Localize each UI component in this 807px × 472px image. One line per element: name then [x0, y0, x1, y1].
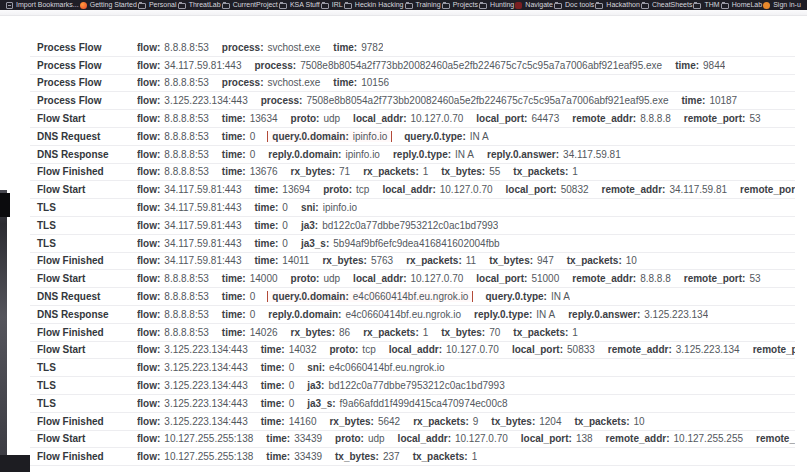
field-value: 14000: [250, 273, 278, 284]
event-row[interactable]: Flow Startflow:10.127.255.255:138time:33…: [30, 431, 795, 449]
event-row[interactable]: DNS Responseflow:8.8.8.8:53time:0reply.0…: [30, 146, 795, 164]
bookmark-item[interactable]: Personal: [138, 0, 177, 10]
bookmark-item[interactable]: IRL: [321, 0, 343, 10]
field-value: 53: [749, 113, 760, 124]
event-row[interactable]: Flow Startflow:8.8.8.8:53time:13634proto…: [30, 110, 795, 128]
field-key: flow:: [137, 433, 160, 444]
field-value: 1: [423, 327, 429, 338]
event-fields: flow:8.8.8.8:53time:0reply.0.domain:ipin…: [137, 149, 621, 160]
field-value: 3.125.223.134: [644, 309, 708, 320]
event-type: Flow Finished: [37, 451, 137, 462]
field: local_addr:10.127.0.70: [382, 184, 492, 195]
bookmark-item[interactable]: HomeLab: [721, 0, 762, 10]
event-type: DNS Response: [37, 309, 137, 320]
bookmark-item[interactable]: Getting Started: [80, 0, 137, 10]
bookmark-item[interactable]: Training: [405, 0, 441, 10]
event-row[interactable]: TLSflow:3.125.223.134:443time:0sni:e4c06…: [30, 359, 795, 377]
bookmark-item[interactable]: ThreatLab: [178, 0, 221, 10]
bookmark-item[interactable]: Import Bookmarks...: [6, 0, 79, 10]
field: reply.0.type:IN A: [474, 309, 555, 320]
event-row[interactable]: Flow Startflow:34.117.59.81:443time:1369…: [30, 181, 795, 199]
folder-icon: [405, 3, 413, 9]
event-row[interactable]: TLSflow:3.125.223.134:443time:0ja3:bd122…: [30, 377, 795, 395]
event-row[interactable]: DNS Requestflow:8.8.8.8:53time:0query.0.…: [30, 288, 795, 306]
event-type: Process Flow: [37, 77, 137, 88]
event-row[interactable]: Process Flowflow:8.8.8.8:53process:svcho…: [30, 39, 795, 57]
event-row[interactable]: Flow Finishedflow:10.127.255.255:138time…: [30, 448, 795, 466]
field: remote_port:443: [753, 344, 795, 355]
event-row[interactable]: Process Flowflow:8.8.8.8:53process:svcho…: [30, 75, 795, 93]
field-value: 947: [537, 255, 554, 266]
bookmark-label: Navigate: [525, 0, 553, 10]
event-row[interactable]: Flow Startflow:3.125.223.134:443time:140…: [30, 342, 795, 360]
event-type: TLS: [37, 398, 137, 409]
field-key: proto:: [291, 113, 320, 124]
bookmark-item[interactable]: Heckin Hacking: [344, 0, 404, 10]
event-row[interactable]: TLSflow:34.117.59.81:443time:0sni:ipinfo…: [30, 199, 795, 217]
field-key: remote_port:: [753, 344, 795, 355]
background-window-sliver: [0, 190, 7, 472]
bookmark-item[interactable]: Sign in-u: [763, 0, 801, 10]
field-value: tcp: [356, 184, 369, 195]
event-type: Process Flow: [37, 95, 137, 106]
bookmark-item[interactable]: Doc tools: [554, 0, 594, 10]
field: local_port:64473: [476, 113, 559, 124]
event-row[interactable]: DNS Responseflow:8.8.8.8:53time:0reply.0…: [30, 306, 795, 324]
field-value: 0: [250, 131, 256, 142]
event-row[interactable]: TLSflow:34.117.59.81:443time:0ja3_s:5b94…: [30, 235, 795, 253]
bookmark-item[interactable]: THM: [693, 0, 719, 10]
field-key: time:: [261, 416, 285, 427]
event-row[interactable]: Flow Startflow:8.8.8.8:53time:14000proto…: [30, 270, 795, 288]
field: remote_addr:8.8.8.8: [572, 273, 671, 284]
field: flow:10.127.255.255:138: [137, 451, 253, 462]
event-row[interactable]: Flow Finishedflow:3.125.223.134:443time:…: [30, 413, 795, 431]
event-row[interactable]: TLSflow:3.125.223.134:443time:0ja3_s:f9a…: [30, 395, 795, 413]
field-value: 34.117.59.81:443: [164, 238, 241, 249]
bookmark-item[interactable]: Hackathon: [595, 0, 639, 10]
bookmark-item[interactable]: Navigate: [515, 0, 553, 10]
field: sni:e4c0660414bf.eu.ngrok.io: [307, 362, 444, 373]
field-value: 1: [472, 451, 478, 462]
field-key: time:: [266, 451, 290, 462]
field-key: time:: [261, 398, 285, 409]
field-key: flow:: [137, 291, 160, 302]
event-row[interactable]: Process Flowflow:34.117.59.81:443process…: [30, 57, 795, 75]
field-key: flow:: [137, 131, 160, 142]
field-key: rx_bytes:: [291, 327, 335, 338]
event-row[interactable]: Flow Finishedflow:8.8.8.8:53time:13676rx…: [30, 164, 795, 182]
bookmark-item[interactable]: CurrentProject: [222, 0, 278, 10]
field: tx_bytes:1204: [491, 416, 561, 427]
event-row[interactable]: DNS Requestflow:8.8.8.8:53time:0query.0.…: [30, 128, 795, 146]
field-key: query.0.domain:: [272, 291, 349, 302]
field-value: 1204: [539, 416, 561, 427]
bookmark-item[interactable]: CheatSheets: [641, 0, 692, 10]
field-key: reply.0.domain:: [268, 149, 341, 160]
event-row[interactable]: Process Flowflow:3.125.223.134:443proces…: [30, 92, 795, 110]
field-value: 34.117.59.81:443: [164, 184, 241, 195]
field-key: time:: [222, 131, 246, 142]
event-fields: flow:8.8.8.8:53process:svchost.exetime:9…: [137, 42, 383, 53]
bookmark-item[interactable]: KSA Stuff: [279, 0, 320, 10]
field-value: e4c0660414bf.eu.ngrok.io: [345, 309, 461, 320]
event-row[interactable]: Flow Finishedflow:34.117.59.81:443time:1…: [30, 253, 795, 271]
field: time:14032: [261, 344, 317, 355]
event-row[interactable]: Flow Finishedflow:8.8.8.8:53time:14026rx…: [30, 324, 795, 342]
field-value: 8.8.8.8:53: [164, 113, 208, 124]
event-row[interactable]: TLSflow:34.117.59.81:443time:0ja3:bd122c…: [30, 217, 795, 235]
field-value: 51000: [531, 273, 559, 284]
field: flow:10.127.255.255:138: [137, 433, 253, 444]
field-value: 0: [250, 309, 256, 320]
field-value: 1: [572, 327, 578, 338]
field: remote_addr:3.125.223.134: [608, 344, 740, 355]
field: flow:34.117.59.81:443: [137, 238, 241, 249]
field-value: ipinfo.io: [345, 149, 379, 160]
bookmark-item[interactable]: Hunting: [479, 0, 514, 10]
field-value: 3.125.223.134:443: [164, 380, 247, 391]
field-key: proto:: [329, 344, 358, 355]
field-value: IN A: [455, 149, 474, 160]
bookmark-item[interactable]: Projects: [442, 0, 478, 10]
field-value: udp: [323, 113, 340, 124]
field: time:13694: [254, 184, 310, 195]
orange-icon: [763, 2, 770, 9]
field-value: 0: [289, 380, 295, 391]
